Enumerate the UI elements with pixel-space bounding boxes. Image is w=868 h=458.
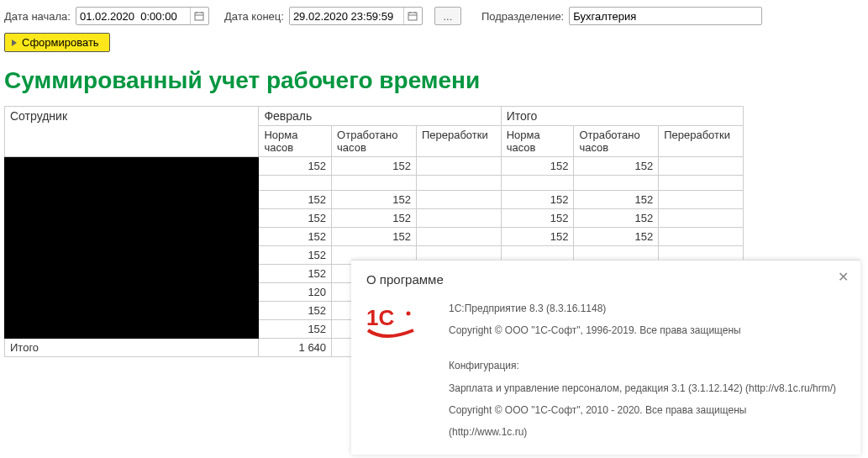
date-start-label: Дата начала:: [4, 10, 71, 23]
svg-rect-4: [408, 13, 417, 20]
col-t-over: Переработки: [659, 126, 744, 157]
date-end-label: Дата конец:: [224, 10, 284, 23]
calendar-icon[interactable]: [403, 8, 422, 24]
col-t-norm: Норма часов: [501, 126, 574, 157]
svg-point-9: [407, 312, 411, 316]
date-end-input[interactable]: [290, 8, 403, 24]
svg-rect-0: [195, 13, 203, 20]
calendar-icon[interactable]: [190, 8, 208, 24]
about-text: 1С:Предприятие 8.3 (8.3.16.1148) Copyrig…: [449, 302, 836, 361]
action-bar: Сформировать: [4, 33, 864, 52]
filter-toolbar: Дата начала: Дата конец: ... Подразделен…: [4, 4, 864, 28]
generate-button[interactable]: Сформировать: [4, 33, 110, 52]
close-icon[interactable]: ✕: [838, 269, 849, 285]
logo-1c: 1C: [366, 302, 425, 361]
col-t-worked: Отработано часов: [574, 126, 659, 157]
svg-text:1C: 1C: [366, 305, 394, 330]
col-employee: Сотрудник: [5, 107, 259, 157]
total-norm: 1 640: [259, 339, 332, 357]
col-over: Переработки: [416, 126, 501, 157]
date-end-field[interactable]: [289, 7, 423, 25]
play-icon: [12, 39, 17, 46]
generate-button-label: Сформировать: [22, 36, 99, 49]
group-month: Февраль: [259, 107, 501, 126]
table-row: 152152152152: [5, 157, 744, 176]
group-total: Итого: [501, 107, 743, 126]
date-start-field[interactable]: [76, 7, 209, 25]
total-label: Итого: [5, 339, 259, 357]
about-title: О программе: [366, 272, 845, 287]
redacted-block: [5, 157, 259, 339]
date-start-input[interactable]: [76, 8, 190, 24]
col-norm: Норма часов: [259, 126, 332, 157]
report-title: Суммированный учет рабочего времени: [4, 67, 864, 94]
dept-label: Подразделение:: [481, 10, 564, 23]
col-worked: Отработано часов: [332, 126, 417, 157]
about-dialog: ✕ О программе 1C 1С:Предприятие 8.3 (8.3…: [351, 260, 860, 361]
dept-input[interactable]: [569, 7, 762, 25]
extra-button[interactable]: ...: [434, 7, 461, 25]
